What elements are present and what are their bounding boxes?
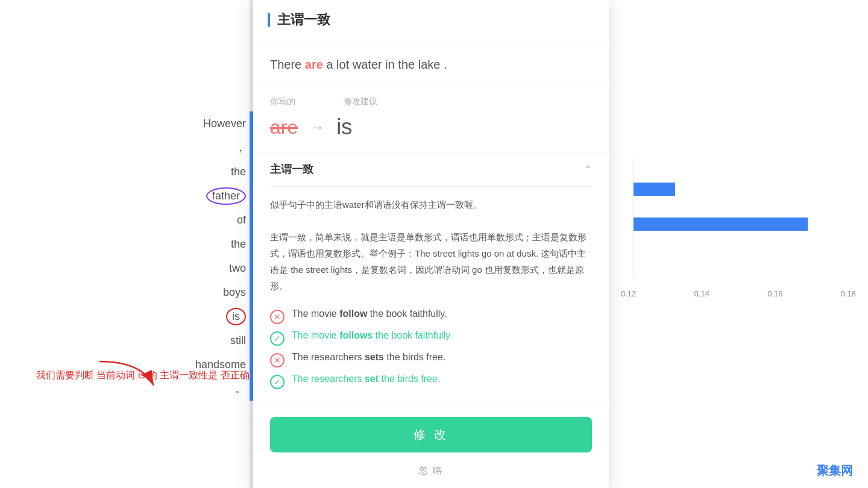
axis-label-1: 0.12 <box>621 289 636 298</box>
example-wrong-icon-3: ✕ <box>270 353 285 368</box>
word-boys: boys <box>223 286 246 299</box>
modal-title: 主谓一致 <box>277 11 330 29</box>
example-wrong-icon-1: ✕ <box>270 310 285 324</box>
annotation-arrow <box>93 355 166 404</box>
right-panel: 0.12 0.14 0.16 0.18 聚集网 <box>609 0 868 488</box>
left-panel: However ， the father of the two <box>0 0 253 488</box>
word-row-comma1: ， <box>0 136 253 160</box>
example-text-3: The researchers sets the birds free. <box>292 352 445 363</box>
word-row-the2: the <box>0 232 253 256</box>
sentence-prefix: There <box>270 58 305 71</box>
explanation-body: 似乎句子中的主语water和谓语没有保持主谓一致喔。 主谓一致，简单来说，就是主… <box>270 187 592 304</box>
word-row-of: of <box>0 208 253 232</box>
example-row-3: ✕ The researchers sets the birds free. <box>270 352 592 368</box>
label-old: 你写的 <box>270 96 295 107</box>
word-is-circled: is <box>226 308 246 325</box>
example-right-icon-2: ✓ <box>270 331 285 346</box>
explanation-section: 主谓一致 ⌃ 似乎句子中的主语water和谓语没有保持主谓一致喔。 主谓一致，简… <box>253 152 609 407</box>
word-of: of <box>237 214 246 227</box>
example-bold-4: set <box>365 374 379 384</box>
example-row-4: ✓ The researchers set the birds free. <box>270 374 592 389</box>
explanation-detail: 主谓一致，简单来说，就是主语是单数形式，谓语也用单数形式；主语是复数形式，谓语也… <box>270 229 592 294</box>
word-row-father: father <box>0 184 253 208</box>
word-the1: the <box>231 166 246 178</box>
word-row-boys: boys <box>0 280 253 304</box>
word-comma1: ， <box>235 140 246 155</box>
chevron-up-icon[interactable]: ⌃ <box>584 164 592 175</box>
axis-label-4: 0.18 <box>841 289 856 298</box>
word-two: two <box>229 262 246 275</box>
bar-row-1 <box>633 181 856 198</box>
explanation-title: 主谓一致 <box>270 162 313 177</box>
chart-axis: 0.12 0.14 0.16 0.18 <box>621 289 856 298</box>
word-the2: the <box>231 238 246 251</box>
modal-title-bar: 主谓一致 <box>253 0 609 40</box>
title-accent <box>268 13 270 27</box>
ignore-button[interactable]: 忽 略 <box>270 458 592 483</box>
example-text-4: The researchers set the birds free. <box>292 374 440 384</box>
axis-label-3: 0.16 <box>767 289 782 298</box>
correction-new-word: is <box>336 114 352 140</box>
word-row-the1: the <box>0 160 253 184</box>
correction-area: 你写的 修改建议 are → is <box>253 84 609 152</box>
word-father: father <box>206 187 246 205</box>
chart-container <box>633 181 856 233</box>
sentence-area: There are a lot water in the lake . <box>253 40 609 84</box>
word-row-is: is <box>0 304 253 328</box>
example-bold-3: sets <box>365 352 384 362</box>
word-father-circled: father <box>206 187 246 205</box>
bar-fill-1 <box>633 183 675 196</box>
example-text-1: The movie follow the book faithfully. <box>292 308 447 319</box>
example-right-icon-4: ✓ <box>270 375 285 389</box>
sentence-suffix: a lot water in the lake . <box>326 58 447 71</box>
correction-labels: 你写的 修改建议 <box>270 96 592 107</box>
modify-button[interactable]: 修 改 <box>270 417 592 452</box>
example-row-2: ✓ The movie follows the book faithfully. <box>270 330 592 346</box>
y-axis <box>633 157 634 277</box>
word-still: still <box>230 334 246 347</box>
word-period: 。 <box>235 381 246 396</box>
label-new: 修改建议 <box>344 96 377 107</box>
example-bold-1: follow <box>339 308 367 319</box>
word-row-still: still <box>0 328 253 352</box>
axis-label-2: 0.14 <box>694 289 709 298</box>
bar-fill-2 <box>633 217 808 231</box>
watermark: 聚集网 <box>817 463 853 479</box>
action-buttons: 修 改 忽 略 <box>253 407 609 488</box>
correction-old-word: are <box>270 116 298 139</box>
example-bold-2: follows <box>339 330 373 340</box>
main-modal: 主谓一致 There are a lot water in the lake .… <box>253 0 609 488</box>
word-however: However <box>203 117 246 130</box>
bar-row-2 <box>633 216 856 233</box>
example-row-1: ✕ The movie follow the book faithfully. <box>270 308 592 324</box>
explanation-header: 主谓一致 ⌃ <box>270 152 592 187</box>
correction-values: are → is <box>270 114 592 140</box>
correction-arrow-icon: → <box>310 119 324 136</box>
explanation-description: 似乎句子中的主语water和谓语没有保持主谓一致喔。 <box>270 196 592 213</box>
word-is: is <box>226 308 246 325</box>
word-row-however: However <box>0 111 253 136</box>
examples-section: ✕ The movie follow the book faithfully. … <box>270 304 592 405</box>
sentence-error-word: are <box>305 58 323 71</box>
example-text-2: The movie follows the book faithfully. <box>292 330 452 341</box>
word-row-two: two <box>0 256 253 280</box>
